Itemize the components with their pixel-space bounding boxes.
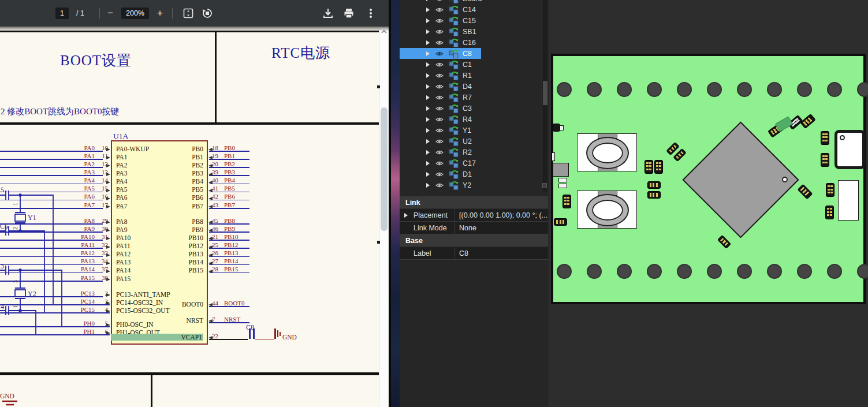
smd-component[interactable]: [654, 160, 663, 174]
print-icon[interactable]: [342, 0, 355, 27]
visibility-eye-icon[interactable]: [435, 50, 444, 57]
expand-arrow-icon[interactable]: [426, 0, 430, 1]
tree-scrollbar-track[interactable]: [542, 0, 547, 192]
expand-arrow-icon[interactable]: [426, 8, 430, 12]
page-number-input[interactable]: 1: [55, 0, 69, 27]
visibility-eye-icon[interactable]: [435, 0, 444, 2]
pcb-canvas[interactable]: [549, 0, 868, 407]
visibility-eye-icon[interactable]: [435, 17, 444, 24]
crystal-component[interactable]: [577, 133, 637, 171]
net-label: PB3: [224, 169, 235, 176]
smd-component[interactable]: [554, 218, 567, 226]
tree-scrollbar-button[interactable]: [542, 183, 547, 188]
visibility-eye-icon[interactable]: [435, 39, 444, 46]
visibility-eye-icon[interactable]: [435, 72, 444, 79]
zoom-in-button[interactable]: +: [157, 0, 163, 27]
tree-item-Y1[interactable]: Y1: [400, 125, 549, 136]
expand-arrow-icon[interactable]: [426, 73, 430, 78]
expand-arrow-icon[interactable]: [426, 18, 430, 23]
tree-item-D1[interactable]: D1: [400, 169, 549, 180]
expand-arrow-icon[interactable]: [426, 62, 430, 67]
tree-scrollbar-thumb[interactable]: [543, 81, 547, 105]
tree-item-R7[interactable]: R7: [400, 92, 549, 103]
visibility-eye-icon[interactable]: [435, 171, 444, 178]
zoom-out-button[interactable]: −: [107, 0, 113, 27]
visibility-eye-icon[interactable]: [435, 28, 444, 35]
expand-arrow-icon[interactable]: [426, 172, 430, 177]
net-label: PB5: [224, 185, 235, 192]
expand-arrow-icon[interactable]: [426, 95, 430, 100]
download-icon[interactable]: [322, 0, 334, 27]
tree-item-R1[interactable]: R1: [400, 70, 549, 81]
expand-arrow-icon[interactable]: [426, 117, 430, 122]
pdf-scrollbar-track[interactable]: [379, 25, 389, 407]
expand-arrow-icon[interactable]: [404, 213, 408, 218]
wire: [209, 322, 249, 323]
visibility-eye-icon[interactable]: [435, 116, 444, 123]
expand-arrow-icon[interactable]: [426, 106, 430, 111]
smd-component[interactable]: [647, 191, 661, 199]
tree-item-Y2[interactable]: Y2: [400, 180, 549, 191]
pdf-scrollbar-thumb[interactable]: [381, 107, 388, 231]
expand-arrow-icon[interactable]: [426, 29, 430, 34]
board-hole: [677, 264, 692, 279]
expand-arrow-icon[interactable]: [426, 51, 430, 56]
smd-component[interactable]: [821, 131, 829, 145]
pin-row-PA15: PA1538PA15: [0, 274, 111, 282]
property-value[interactable]: C8: [454, 247, 548, 259]
smd-component[interactable]: [647, 181, 661, 189]
tree-item-R2[interactable]: R2: [400, 147, 549, 158]
tree-item-C14[interactable]: C14: [400, 4, 549, 15]
tree-item-C8[interactable]: C8: [400, 48, 549, 59]
visibility-eye-icon[interactable]: [435, 61, 444, 68]
expand-arrow-icon[interactable]: [426, 161, 430, 166]
board-hole: [827, 82, 842, 97]
button-component[interactable]: [835, 130, 865, 169]
visibility-eye-icon[interactable]: [435, 127, 444, 134]
tree-item-D4[interactable]: D4: [400, 81, 549, 92]
fit-page-icon[interactable]: [182, 0, 194, 27]
pin-row-PB1: PB119PB1: [111, 152, 256, 160]
visibility-eye-icon[interactable]: [435, 6, 444, 13]
crystal-component[interactable]: [577, 191, 637, 229]
pin-symbol-icon: [208, 336, 213, 339]
tree-item-U2[interactable]: U2: [400, 136, 549, 147]
section-title-rtc: RTC电源: [271, 43, 330, 62]
component-instance-icon: [449, 48, 459, 58]
more-options-kebab-icon[interactable]: [366, 0, 376, 27]
property-value[interactable]: None: [454, 222, 548, 234]
board-hole: [557, 82, 572, 97]
smd-component[interactable]: [645, 160, 653, 174]
tree-item-C1[interactable]: C1: [400, 59, 549, 70]
expand-arrow-icon[interactable]: [426, 139, 430, 144]
visibility-eye-icon[interactable]: [435, 138, 444, 145]
pin-row-PB15: PB1528PB15: [111, 266, 256, 274]
expand-arrow-icon[interactable]: [426, 40, 430, 45]
tree-item-SB1[interactable]: SB1: [400, 26, 549, 37]
expand-arrow-icon[interactable]: [426, 84, 430, 89]
rotate-icon[interactable]: [202, 0, 213, 27]
visibility-eye-icon[interactable]: [435, 83, 444, 90]
smd-component[interactable]: [562, 195, 571, 208]
visibility-eye-icon[interactable]: [435, 160, 444, 167]
visibility-eye-icon[interactable]: [435, 182, 444, 189]
white-component[interactable]: [838, 180, 859, 221]
visibility-eye-icon[interactable]: [435, 149, 444, 156]
transistor-component[interactable]: [553, 163, 569, 177]
tree-item-C17[interactable]: C17: [400, 158, 549, 169]
visibility-eye-icon[interactable]: [435, 94, 444, 101]
smd-component[interactable]: [826, 183, 835, 197]
tree-item-C16[interactable]: C16: [400, 37, 549, 48]
smd-component[interactable]: [825, 206, 834, 219]
tree-item-C15[interactable]: C15: [400, 15, 549, 26]
tree-item-C3[interactable]: C3: [400, 103, 549, 114]
visibility-eye-icon[interactable]: [435, 105, 444, 112]
expand-arrow-icon[interactable]: [426, 183, 430, 188]
expand-arrow-icon[interactable]: [426, 150, 430, 155]
tree-item-R4[interactable]: R4: [400, 114, 549, 125]
tree-item-Board[interactable]: Board: [400, 0, 549, 4]
property-value[interactable]: [(0.00 0.00 1.00); 0.00 °; (...: [454, 209, 548, 221]
expand-arrow-icon[interactable]: [426, 128, 430, 133]
tree-item-label: R2: [463, 148, 472, 156]
smd-component[interactable]: [821, 153, 829, 167]
